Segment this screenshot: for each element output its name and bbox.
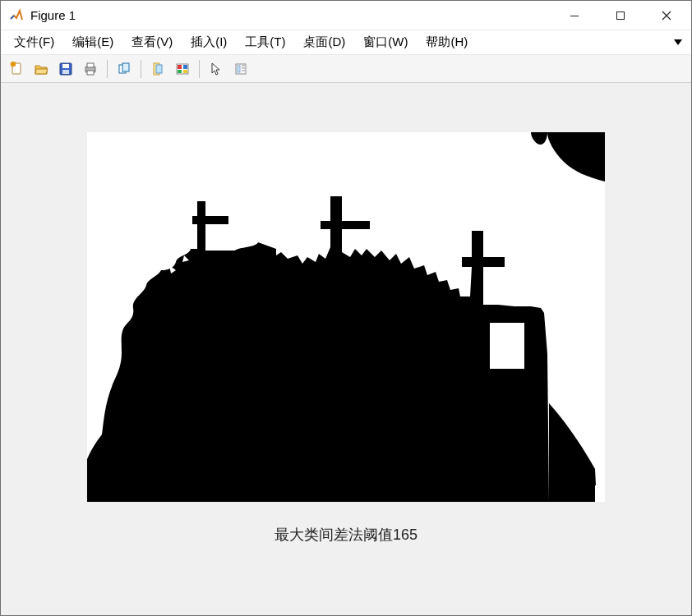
pointer-icon[interactable] [205,58,227,80]
svg-rect-15 [178,65,182,69]
plot-caption: 最大类间差法阈值165 [274,525,418,545]
toolbar-divider [199,60,200,78]
menu-insert[interactable]: 插入(I) [182,31,235,53]
svg-rect-9 [87,71,94,75]
matlab-icon [9,8,24,23]
menu-tools[interactable]: 工具(T) [237,31,293,53]
toolbar [1,55,691,83]
open-folder-icon[interactable] [30,58,52,80]
svg-rect-6 [62,70,69,74]
menu-file[interactable]: 文件(F) [6,31,62,53]
binary-image-plot [87,132,605,502]
svg-rect-1 [617,11,625,19]
svg-rect-8 [87,63,94,67]
svg-rect-18 [183,70,187,73]
menu-overflow-icon[interactable] [671,35,685,48]
menu-window[interactable]: 窗口(W) [355,31,416,53]
menu-desktop[interactable]: 桌面(D) [295,31,353,53]
new-file-icon[interactable] [6,58,27,80]
close-button[interactable] [644,1,690,30]
svg-rect-5 [62,64,69,68]
menu-edit[interactable]: 编辑(E) [64,31,122,53]
titlebar[interactable]: Figure 1 [1,1,691,30]
svg-rect-17 [178,70,182,73]
menu-view[interactable]: 查看(V) [123,31,181,53]
rotate-icon[interactable] [147,58,168,80]
figure-window: Figure 1 文件(F) 编辑(E) 查看(V) 插入(I) 工具(T) 桌… [0,0,692,616]
svg-rect-16 [183,65,187,69]
toolbar-divider [141,60,141,78]
menubar: 文件(F) 编辑(E) 查看(V) 插入(I) 工具(T) 桌面(D) 窗口(W… [1,30,691,55]
insert-colorbar-icon[interactable] [230,58,251,80]
maximize-button[interactable] [597,1,644,30]
menu-help[interactable]: 帮助(H) [418,31,476,53]
svg-rect-22 [490,323,524,369]
colormap-icon[interactable] [172,58,193,80]
minimize-button[interactable] [551,1,597,30]
figure-canvas[interactable]: 最大类间差法阈值165 [1,83,691,615]
link-icon[interactable] [113,58,135,80]
print-icon[interactable] [80,58,101,80]
window-title: Figure 1 [30,8,76,22]
svg-rect-20 [238,66,240,72]
svg-rect-13 [156,65,162,73]
svg-rect-11 [122,63,129,71]
toolbar-divider [107,60,108,78]
svg-rect-23 [595,485,605,502]
svg-rect-0 [570,16,579,16]
save-icon[interactable] [55,58,76,80]
